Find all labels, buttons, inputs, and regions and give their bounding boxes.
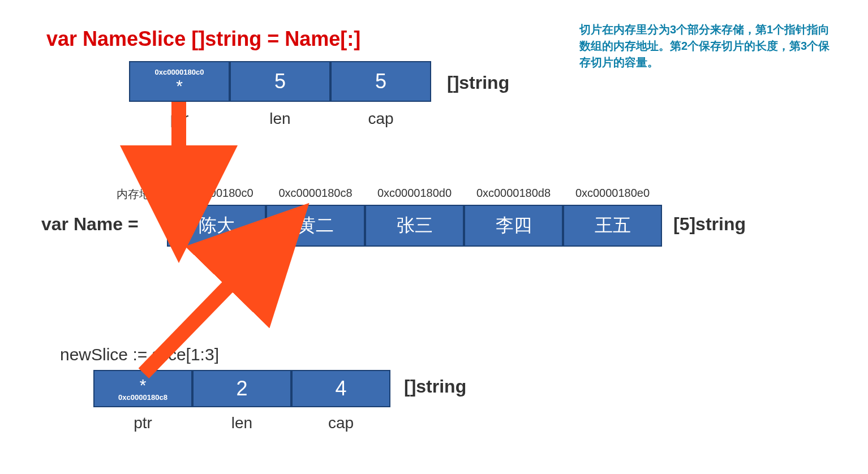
array-addr-0: 0xc0000180c0 [167, 187, 266, 200]
array-cell-2: 张三 [365, 205, 464, 247]
array-addresses: 0xc0000180c0 0xc0000180c8 0xc0000180d0 0… [167, 187, 662, 200]
array-type: [5]string [673, 214, 746, 235]
subslice-declaration: newSlice := slice[1:3] [60, 345, 219, 364]
subslice-type: []string [404, 376, 466, 397]
slice-declaration-title: var NameSlice []string = Name[:] [46, 27, 360, 51]
slice1-labels: ptr len cap [129, 110, 431, 128]
slice1-ptr-addr: 0xc0000180c0 [155, 68, 204, 76]
slice1-header: 0xc0000180c0 * 5 5 [129, 61, 431, 102]
array-addr-4: 0xc0000180e0 [563, 187, 662, 200]
subslice-len-cell: 2 [192, 370, 291, 407]
array-cells: 陈大 黄二 张三 李四 王五 [167, 205, 662, 247]
subslice-ptr-symbol: * [140, 377, 147, 394]
array-cell-3: 李四 [464, 205, 563, 247]
array-addr-1: 0xc0000180c8 [266, 187, 365, 200]
array-mem-label: 内存地址: [117, 187, 165, 202]
array-addr-2: 0xc0000180d0 [365, 187, 464, 200]
slice1-ptr-symbol: * [176, 77, 183, 94]
slice1-cap-cell: 5 [330, 61, 431, 102]
explanation-note: 切片在内存里分为3个部分来存储，第1个指针指向数组的内存地址。第2个保存切片的长… [579, 21, 834, 71]
subslice-ptr-label: ptr [93, 414, 192, 432]
slice1-ptr-cell: 0xc0000180c0 * [129, 61, 230, 102]
slice1-type: []string [447, 72, 509, 93]
subslice-ptr-addr: 0xc0000180c8 [118, 394, 167, 402]
subslice-header: * 0xc0000180c8 2 4 [93, 370, 390, 407]
subslice-labels: ptr len cap [93, 414, 390, 432]
slice1-len-label: len [230, 110, 330, 128]
slice1-len-cell: 5 [230, 61, 330, 102]
array-cell-1: 黄二 [266, 205, 365, 247]
array-cell-0: 陈大 [167, 205, 266, 247]
array-declaration: var Name = [41, 214, 139, 235]
slice1-cap-label: cap [330, 110, 431, 128]
slice1-ptr-label: ptr [129, 110, 230, 128]
subslice-ptr-cell: * 0xc0000180c8 [93, 370, 192, 407]
array-addr-3: 0xc0000180d8 [464, 187, 563, 200]
array-cell-4: 王五 [563, 205, 662, 247]
subslice-cap-label: cap [291, 414, 390, 432]
subslice-cap-cell: 4 [291, 370, 390, 407]
subslice-len-label: len [192, 414, 291, 432]
